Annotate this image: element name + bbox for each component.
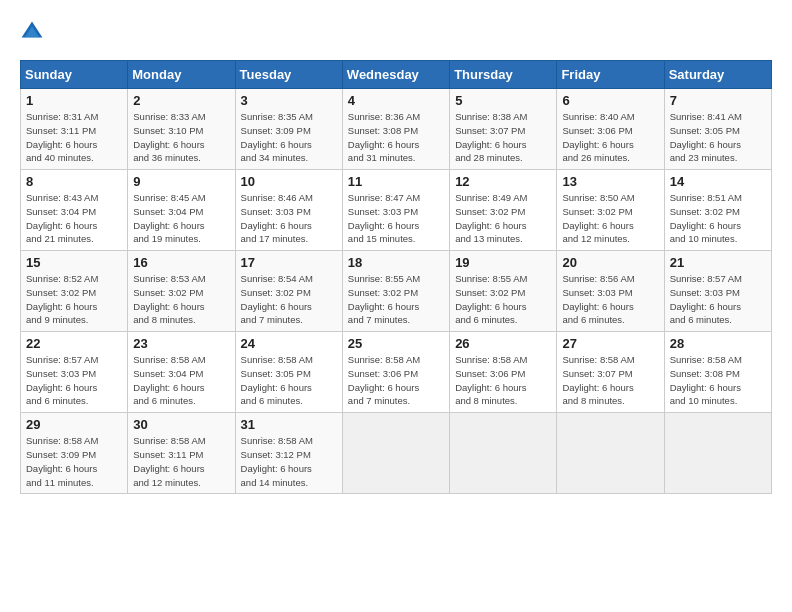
day-info: Sunrise: 8:56 AMSunset: 3:03 PMDaylight:… bbox=[562, 272, 658, 327]
calendar-cell: 21Sunrise: 8:57 AMSunset: 3:03 PMDayligh… bbox=[664, 251, 771, 332]
day-info: Sunrise: 8:47 AMSunset: 3:03 PMDaylight:… bbox=[348, 191, 444, 246]
day-number: 1 bbox=[26, 93, 122, 108]
day-number: 10 bbox=[241, 174, 337, 189]
day-number: 27 bbox=[562, 336, 658, 351]
day-number: 9 bbox=[133, 174, 229, 189]
calendar-cell: 22Sunrise: 8:57 AMSunset: 3:03 PMDayligh… bbox=[21, 332, 128, 413]
day-info: Sunrise: 8:58 AMSunset: 3:12 PMDaylight:… bbox=[241, 434, 337, 489]
calendar-week-row: 15Sunrise: 8:52 AMSunset: 3:02 PMDayligh… bbox=[21, 251, 772, 332]
calendar-cell: 10Sunrise: 8:46 AMSunset: 3:03 PMDayligh… bbox=[235, 170, 342, 251]
day-info: Sunrise: 8:54 AMSunset: 3:02 PMDaylight:… bbox=[241, 272, 337, 327]
day-info: Sunrise: 8:58 AMSunset: 3:09 PMDaylight:… bbox=[26, 434, 122, 489]
day-info: Sunrise: 8:58 AMSunset: 3:06 PMDaylight:… bbox=[348, 353, 444, 408]
day-number: 12 bbox=[455, 174, 551, 189]
day-info: Sunrise: 8:45 AMSunset: 3:04 PMDaylight:… bbox=[133, 191, 229, 246]
day-number: 28 bbox=[670, 336, 766, 351]
calendar-cell: 30Sunrise: 8:58 AMSunset: 3:11 PMDayligh… bbox=[128, 413, 235, 494]
calendar-cell: 9Sunrise: 8:45 AMSunset: 3:04 PMDaylight… bbox=[128, 170, 235, 251]
calendar-cell: 2Sunrise: 8:33 AMSunset: 3:10 PMDaylight… bbox=[128, 89, 235, 170]
calendar-cell bbox=[557, 413, 664, 494]
calendar-cell bbox=[342, 413, 449, 494]
day-number: 24 bbox=[241, 336, 337, 351]
day-number: 11 bbox=[348, 174, 444, 189]
day-info: Sunrise: 8:35 AMSunset: 3:09 PMDaylight:… bbox=[241, 110, 337, 165]
calendar-cell: 3Sunrise: 8:35 AMSunset: 3:09 PMDaylight… bbox=[235, 89, 342, 170]
day-info: Sunrise: 8:57 AMSunset: 3:03 PMDaylight:… bbox=[670, 272, 766, 327]
calendar-cell: 11Sunrise: 8:47 AMSunset: 3:03 PMDayligh… bbox=[342, 170, 449, 251]
calendar-cell: 23Sunrise: 8:58 AMSunset: 3:04 PMDayligh… bbox=[128, 332, 235, 413]
day-number: 5 bbox=[455, 93, 551, 108]
day-info: Sunrise: 8:53 AMSunset: 3:02 PMDaylight:… bbox=[133, 272, 229, 327]
calendar-cell bbox=[664, 413, 771, 494]
day-number: 7 bbox=[670, 93, 766, 108]
day-number: 23 bbox=[133, 336, 229, 351]
day-number: 8 bbox=[26, 174, 122, 189]
day-number: 13 bbox=[562, 174, 658, 189]
calendar-cell: 7Sunrise: 8:41 AMSunset: 3:05 PMDaylight… bbox=[664, 89, 771, 170]
calendar-cell: 18Sunrise: 8:55 AMSunset: 3:02 PMDayligh… bbox=[342, 251, 449, 332]
day-number: 30 bbox=[133, 417, 229, 432]
col-header-sunday: Sunday bbox=[21, 61, 128, 89]
day-info: Sunrise: 8:43 AMSunset: 3:04 PMDaylight:… bbox=[26, 191, 122, 246]
logo bbox=[20, 20, 48, 44]
day-info: Sunrise: 8:49 AMSunset: 3:02 PMDaylight:… bbox=[455, 191, 551, 246]
calendar-cell: 27Sunrise: 8:58 AMSunset: 3:07 PMDayligh… bbox=[557, 332, 664, 413]
col-header-tuesday: Tuesday bbox=[235, 61, 342, 89]
day-number: 31 bbox=[241, 417, 337, 432]
calendar-cell: 19Sunrise: 8:55 AMSunset: 3:02 PMDayligh… bbox=[450, 251, 557, 332]
day-info: Sunrise: 8:31 AMSunset: 3:11 PMDaylight:… bbox=[26, 110, 122, 165]
day-number: 18 bbox=[348, 255, 444, 270]
day-info: Sunrise: 8:57 AMSunset: 3:03 PMDaylight:… bbox=[26, 353, 122, 408]
page-header bbox=[20, 20, 772, 44]
day-info: Sunrise: 8:51 AMSunset: 3:02 PMDaylight:… bbox=[670, 191, 766, 246]
calendar-cell bbox=[450, 413, 557, 494]
day-number: 29 bbox=[26, 417, 122, 432]
day-info: Sunrise: 8:55 AMSunset: 3:02 PMDaylight:… bbox=[455, 272, 551, 327]
day-info: Sunrise: 8:36 AMSunset: 3:08 PMDaylight:… bbox=[348, 110, 444, 165]
col-header-thursday: Thursday bbox=[450, 61, 557, 89]
col-header-saturday: Saturday bbox=[664, 61, 771, 89]
day-number: 21 bbox=[670, 255, 766, 270]
day-number: 16 bbox=[133, 255, 229, 270]
day-number: 14 bbox=[670, 174, 766, 189]
calendar-cell: 26Sunrise: 8:58 AMSunset: 3:06 PMDayligh… bbox=[450, 332, 557, 413]
day-number: 4 bbox=[348, 93, 444, 108]
day-info: Sunrise: 8:40 AMSunset: 3:06 PMDaylight:… bbox=[562, 110, 658, 165]
day-info: Sunrise: 8:58 AMSunset: 3:11 PMDaylight:… bbox=[133, 434, 229, 489]
day-info: Sunrise: 8:55 AMSunset: 3:02 PMDaylight:… bbox=[348, 272, 444, 327]
day-info: Sunrise: 8:52 AMSunset: 3:02 PMDaylight:… bbox=[26, 272, 122, 327]
calendar-cell: 12Sunrise: 8:49 AMSunset: 3:02 PMDayligh… bbox=[450, 170, 557, 251]
calendar-cell: 17Sunrise: 8:54 AMSunset: 3:02 PMDayligh… bbox=[235, 251, 342, 332]
day-number: 3 bbox=[241, 93, 337, 108]
calendar-cell: 13Sunrise: 8:50 AMSunset: 3:02 PMDayligh… bbox=[557, 170, 664, 251]
day-number: 26 bbox=[455, 336, 551, 351]
calendar-cell: 14Sunrise: 8:51 AMSunset: 3:02 PMDayligh… bbox=[664, 170, 771, 251]
calendar-table: SundayMondayTuesdayWednesdayThursdayFrid… bbox=[20, 60, 772, 494]
calendar-week-row: 1Sunrise: 8:31 AMSunset: 3:11 PMDaylight… bbox=[21, 89, 772, 170]
calendar-cell: 4Sunrise: 8:36 AMSunset: 3:08 PMDaylight… bbox=[342, 89, 449, 170]
logo-icon bbox=[20, 20, 44, 44]
calendar-cell: 6Sunrise: 8:40 AMSunset: 3:06 PMDaylight… bbox=[557, 89, 664, 170]
day-number: 22 bbox=[26, 336, 122, 351]
col-header-friday: Friday bbox=[557, 61, 664, 89]
day-number: 6 bbox=[562, 93, 658, 108]
day-info: Sunrise: 8:50 AMSunset: 3:02 PMDaylight:… bbox=[562, 191, 658, 246]
day-info: Sunrise: 8:58 AMSunset: 3:04 PMDaylight:… bbox=[133, 353, 229, 408]
calendar-cell: 5Sunrise: 8:38 AMSunset: 3:07 PMDaylight… bbox=[450, 89, 557, 170]
calendar-header-row: SundayMondayTuesdayWednesdayThursdayFrid… bbox=[21, 61, 772, 89]
day-number: 20 bbox=[562, 255, 658, 270]
day-info: Sunrise: 8:38 AMSunset: 3:07 PMDaylight:… bbox=[455, 110, 551, 165]
col-header-monday: Monday bbox=[128, 61, 235, 89]
calendar-cell: 29Sunrise: 8:58 AMSunset: 3:09 PMDayligh… bbox=[21, 413, 128, 494]
calendar-cell: 1Sunrise: 8:31 AMSunset: 3:11 PMDaylight… bbox=[21, 89, 128, 170]
day-info: Sunrise: 8:58 AMSunset: 3:06 PMDaylight:… bbox=[455, 353, 551, 408]
calendar-cell: 15Sunrise: 8:52 AMSunset: 3:02 PMDayligh… bbox=[21, 251, 128, 332]
day-info: Sunrise: 8:41 AMSunset: 3:05 PMDaylight:… bbox=[670, 110, 766, 165]
calendar-cell: 24Sunrise: 8:58 AMSunset: 3:05 PMDayligh… bbox=[235, 332, 342, 413]
day-number: 17 bbox=[241, 255, 337, 270]
col-header-wednesday: Wednesday bbox=[342, 61, 449, 89]
calendar-cell: 25Sunrise: 8:58 AMSunset: 3:06 PMDayligh… bbox=[342, 332, 449, 413]
day-number: 2 bbox=[133, 93, 229, 108]
day-number: 25 bbox=[348, 336, 444, 351]
calendar-week-row: 8Sunrise: 8:43 AMSunset: 3:04 PMDaylight… bbox=[21, 170, 772, 251]
